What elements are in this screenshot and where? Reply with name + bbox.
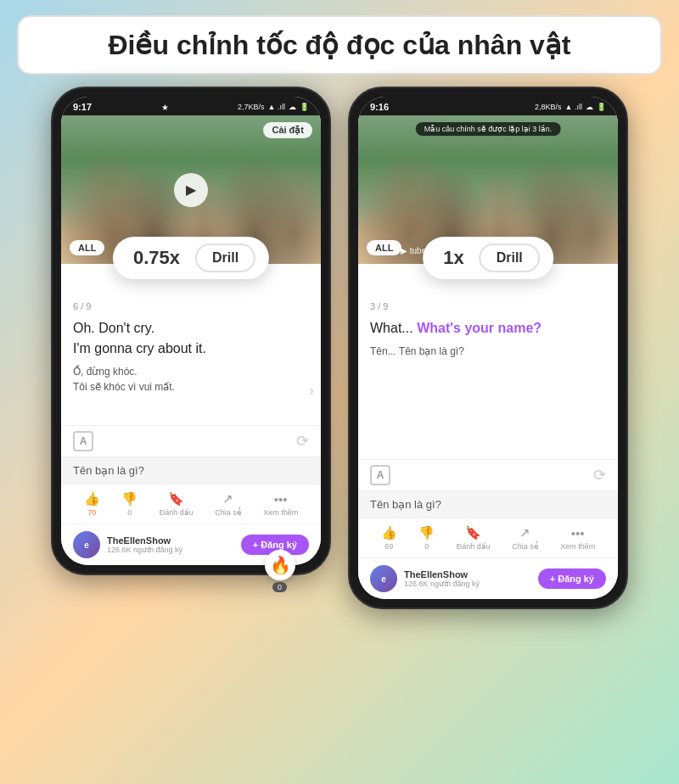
viet-line1-right: Tên... Tên bạn là gì? xyxy=(370,345,464,357)
like-action-right[interactable]: 👍 69 xyxy=(381,525,397,551)
phone-left-screen: 9:17 ★ 2,7KB/s ▲ .ıll ☁ 🔋 ▶ Cài đặt ALL … xyxy=(61,97,321,565)
input-bar-right[interactable]: Tên bạn là gì? xyxy=(358,490,618,518)
zero-badge-left: 0 xyxy=(272,582,287,592)
repeat-icon-right[interactable]: ⟳ xyxy=(593,466,606,484)
input-bar-left[interactable]: Tên bạn là gì? xyxy=(61,456,321,484)
speed-popup-right: 1x Drill xyxy=(423,237,553,279)
viet-text-left: Ồ, đừng khóc. Tôi sẽ khóc vì vui mất. › xyxy=(73,364,309,395)
a-icon-left[interactable]: A xyxy=(73,431,93,451)
phones-container: 9:17 ★ 2,7KB/s ▲ .ıll ☁ 🔋 ▶ Cài đặt ALL … xyxy=(0,87,679,609)
phone-left: 9:17 ★ 2,7KB/s ▲ .ıll ☁ 🔋 ▶ Cài đặt ALL … xyxy=(51,87,331,575)
more-action-left[interactable]: ••• Xem thêm xyxy=(263,492,298,517)
drill-button-left[interactable]: Drill xyxy=(195,244,255,272)
dislike-count-right: 0 xyxy=(424,542,429,551)
share-action-right[interactable]: ↗ Chia sẻ xyxy=(512,525,539,551)
speed-value-left: 0.75x xyxy=(126,247,187,269)
channel-name-left: TheEllenShow xyxy=(107,535,182,546)
content-area-right: 3 / 9 What... What's your name? Tên... T… xyxy=(358,289,618,425)
dislike-icon-right: 👎 xyxy=(418,525,435,540)
battery-right: 🔋 xyxy=(597,103,606,111)
bottom-controls-right: A ⟳ xyxy=(358,459,618,490)
dislike-icon-left: 👎 xyxy=(121,491,137,507)
viet-line2-left: Tôi sẽ khóc vì vui mất. xyxy=(73,381,175,393)
all-badge-right[interactable]: ALL xyxy=(367,240,401,255)
share-label-left: Chia sẻ xyxy=(215,508,242,517)
more-label-right: Xem thêm xyxy=(560,542,595,551)
dislike-count-left: 0 xyxy=(127,508,132,517)
bookmark-action-left[interactable]: 🔖 Đánh dấu xyxy=(160,491,194,517)
more-icon-right: ••• xyxy=(571,526,585,540)
battery-left: 🔋 xyxy=(300,103,309,111)
content-area-left: 6 / 9 Oh. Don't cry. I'm gonna cry about… xyxy=(61,289,321,425)
wifi-right: ☁ xyxy=(586,103,593,111)
share-label-right: Chia sẻ xyxy=(512,542,539,551)
status-bar-left: 9:17 ★ 2,7KB/s ▲ .ıll ☁ 🔋 xyxy=(61,97,321,115)
viet-line1-left: Ồ, đừng khóc. xyxy=(73,366,137,378)
channel-subs-left: 126.6K người đăng ký xyxy=(107,546,182,554)
more-icon-left: ••• xyxy=(274,492,288,507)
channel-subs-right: 126.6K người đăng ký xyxy=(404,580,480,588)
bottom-controls-left: A ⟳ xyxy=(61,425,321,456)
channel-details-right: TheEllenShow 126.6K người đăng ký xyxy=(404,569,480,588)
like-icon-right: 👍 xyxy=(381,525,397,540)
status-icon-left: ★ xyxy=(161,103,169,112)
english-line2-left: I'm gonna cry about it. xyxy=(73,341,206,356)
share-icon-left: ↗ xyxy=(222,491,233,507)
english-line1-left: Oh. Don't cry. xyxy=(73,321,154,335)
speed-left: 2,7KB/s xyxy=(238,103,265,111)
bookmark-label-right: Đánh dấu xyxy=(457,542,491,551)
bookmark-action-right[interactable]: 🔖 Đánh dấu xyxy=(457,525,491,551)
viet-text-right: Tên... Tên bạn là gì? xyxy=(370,344,606,359)
fire-badge-left: 🔥 xyxy=(265,550,295,580)
bookmark-icon-right: 🔖 xyxy=(465,525,481,540)
english-highlight-right: What's your name? xyxy=(417,321,542,335)
channel-name-right: TheEllenShow xyxy=(404,569,480,580)
play-button-left[interactable]: ▶ xyxy=(174,173,208,207)
bookmark-label-left: Đánh dấu xyxy=(160,508,194,517)
english-prefix-right: What... xyxy=(370,321,413,335)
more-action-right[interactable]: ••• Xem thêm xyxy=(560,526,595,551)
video-notice-right: Mẫu câu chính sẽ được lặp lại 3 lần. xyxy=(416,122,561,136)
status-right-left: 2,7KB/s ▲ .ıll ☁ 🔋 xyxy=(238,103,309,111)
wifi-left: ☁ xyxy=(289,103,296,111)
channel-bar-right: e TheEllenShow 126.6K người đăng ký + Đă… xyxy=(358,557,618,599)
status-right-right: 2,8KB/s ▲ .ıll ☁ 🔋 xyxy=(535,103,606,111)
speed-popup-left: 0.75x Drill xyxy=(113,237,269,279)
signal-right: ▲ .ıll xyxy=(565,103,582,111)
channel-avatar-left: e xyxy=(73,531,100,558)
settings-label-left[interactable]: Cài đặt xyxy=(263,122,312,138)
next-arrow-left[interactable]: › xyxy=(309,379,314,402)
action-bar-right: 👍 69 👎 0 🔖 Đánh dấu ↗ Chia sẻ ••• X xyxy=(358,518,618,557)
speed-value-right: 1x xyxy=(436,247,470,269)
dislike-action-right[interactable]: 👎 0 xyxy=(418,525,435,551)
lesson-counter-right: 3 / 9 xyxy=(370,301,606,311)
phone-right: 9:16 2,8KB/s ▲ .ıll ☁ 🔋 Mẫu câu chính sẽ… xyxy=(348,87,628,609)
status-bar-right: 9:16 2,8KB/s ▲ .ıll ☁ 🔋 xyxy=(358,97,618,115)
time-left: 9:17 xyxy=(73,102,92,112)
subscribe-button-right[interactable]: + Đăng ký xyxy=(538,568,606,589)
share-action-left[interactable]: ↗ Chia sẻ xyxy=(215,491,242,517)
page-title: Điều chỉnh tốc độ đọc của nhân vật xyxy=(17,15,662,75)
phone-right-screen: 9:16 2,8KB/s ▲ .ıll ☁ 🔋 Mẫu câu chính sẽ… xyxy=(358,97,618,599)
drill-button-right[interactable]: Drill xyxy=(480,244,540,272)
action-bar-left: 👍 70 👎 0 🔖 Đánh dấu ↗ Chia sẻ ••• X xyxy=(61,484,321,524)
dislike-action-left[interactable]: 👎 0 xyxy=(121,491,137,517)
like-icon-left: 👍 xyxy=(84,491,100,507)
speed-right: 2,8KB/s xyxy=(535,103,562,111)
channel-info-right: e TheEllenShow 126.6K người đăng ký xyxy=(370,565,480,592)
repeat-icon-left[interactable]: ⟳ xyxy=(296,432,309,451)
all-badge-left[interactable]: ALL xyxy=(70,240,104,255)
a-icon-right[interactable]: A xyxy=(370,465,390,485)
like-action-left[interactable]: 👍 70 xyxy=(84,491,100,517)
like-count-right: 69 xyxy=(384,542,393,551)
channel-info-left: e TheEllenShow 126.6K người đăng ký xyxy=(73,531,182,558)
share-icon-right: ↗ xyxy=(519,525,530,540)
like-count-left: 70 xyxy=(87,508,96,517)
more-label-left: Xem thêm xyxy=(263,508,298,517)
signal-left: ▲ .ıll xyxy=(268,103,285,111)
channel-avatar-right: e xyxy=(370,565,397,592)
time-right: 9:16 xyxy=(370,102,389,112)
lesson-counter-left: 6 / 9 xyxy=(73,301,309,311)
bookmark-icon-left: 🔖 xyxy=(168,491,184,507)
channel-details-left: TheEllenShow 126.6K người đăng ký xyxy=(107,535,182,554)
